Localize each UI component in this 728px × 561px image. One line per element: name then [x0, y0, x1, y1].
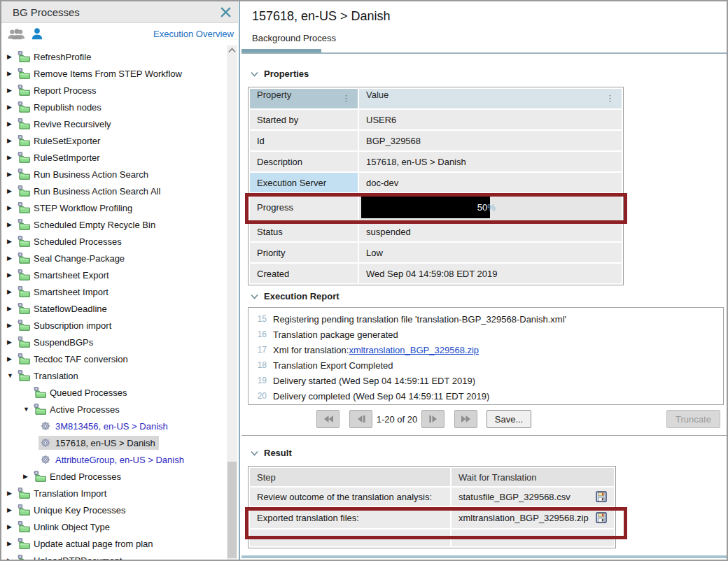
scroll-up-icon[interactable]	[228, 48, 236, 53]
log-line: 19Delivery started (Wed Sep 04 14:59:11 …	[248, 373, 723, 388]
tree-item[interactable]: ▶STEP Workflow Profiling	[1, 199, 227, 216]
expander-collapsed-icon[interactable]: ▶	[7, 267, 16, 283]
tree-item[interactable]: ▼Active Processes	[1, 401, 227, 418]
tree-item[interactable]: ▶Tecdoc TAF conversion	[1, 350, 227, 367]
chevron-down-icon[interactable]	[251, 71, 258, 77]
tree-item-process-selected[interactable]: 157618, en-US > Danish	[1, 434, 227, 451]
expander-collapsed-icon[interactable]: ▶	[7, 535, 16, 552]
previous-page-button[interactable]	[349, 410, 372, 428]
folder-gear-icon	[18, 336, 30, 348]
expander-collapsed-icon[interactable]: ▶	[7, 48, 16, 65]
column-menu-icon[interactable]: ⋮	[342, 90, 351, 108]
save-button[interactable]: Save...	[486, 410, 531, 428]
tree-item[interactable]: ▶Smartsheet Export	[1, 267, 227, 283]
next-page-button[interactable]	[421, 410, 444, 428]
expander-collapsed-icon[interactable]: ▶	[7, 350, 16, 367]
expander-collapsed-icon[interactable]: ▶	[7, 166, 16, 183]
tree-item[interactable]: ▶Run Business Action Search All	[1, 183, 227, 199]
expander-collapsed-icon[interactable]: ▶	[7, 149, 16, 166]
tree-item[interactable]: ▶Report Process	[1, 82, 227, 99]
column-header-value[interactable]: Value⋮	[359, 89, 622, 108]
chevron-down-icon[interactable]	[251, 450, 258, 456]
tree-item[interactable]: ▶Run Business Action Search	[1, 166, 227, 183]
section-properties-header[interactable]: Properties	[251, 69, 309, 79]
save-file-icon[interactable]	[596, 512, 607, 523]
tree-item[interactable]: ▶RuleSetImporter	[1, 149, 227, 166]
section-result-header[interactable]: Result	[251, 448, 292, 458]
expander-collapsed-icon[interactable]: ▶	[7, 65, 16, 82]
scrollbar-thumb[interactable]	[227, 462, 237, 558]
expander-collapsed-icon[interactable]: ▶	[7, 518, 16, 535]
expander-collapsed-icon[interactable]: ▶	[23, 468, 32, 485]
tree-item[interactable]: ▶UploadDTPDocument	[1, 552, 227, 560]
tree-item[interactable]: ▶RuleSetExporter	[1, 132, 227, 149]
table-row[interactable]: Statussuspended	[250, 222, 622, 241]
expander-expanded-icon[interactable]: ▼	[23, 401, 32, 418]
page-range-label: 1-20 of 20	[375, 410, 419, 428]
expander-collapsed-icon[interactable]: ▶	[7, 250, 16, 267]
tree-item[interactable]: ▶Update actual page from plan	[1, 535, 227, 552]
tree-item[interactable]: ▶Ended Processes	[1, 468, 227, 485]
table-row-highlighted[interactable]: Execution Serverdoc-dev	[250, 173, 622, 192]
table-row[interactable]: IdBGP_329568	[250, 131, 622, 150]
tree-item[interactable]: ▶RefreshProfile	[1, 48, 227, 65]
tree-item-process[interactable]: AttributeGroup, en-US > Danish	[1, 451, 227, 468]
tree-item[interactable]: ▶Translation Import	[1, 485, 227, 502]
expander-collapsed-icon[interactable]: ▶	[7, 300, 16, 317]
tree-item[interactable]: ▶Republish nodes	[1, 99, 227, 115]
tree-item[interactable]: ▶Unlink Object Type	[1, 518, 227, 535]
zip-download-link[interactable]: xmltranslation_BGP_329568.zip	[349, 345, 479, 355]
expander-collapsed-icon[interactable]: ▶	[7, 183, 16, 199]
first-page-button[interactable]	[316, 410, 340, 428]
tree-item[interactable]: ▶Scheduled Empty Recycle Bin	[1, 216, 227, 233]
expander-collapsed-icon[interactable]: ▶	[7, 199, 16, 216]
column-menu-icon[interactable]: ⋮	[606, 90, 615, 108]
expander-collapsed-icon[interactable]: ▶	[7, 132, 16, 149]
tab-background-process[interactable]: Background Process	[252, 33, 336, 43]
table-row[interactable]: CreatedWed Sep 04 14:59:08 EDT 2019	[250, 264, 622, 283]
all-users-icon[interactable]	[7, 28, 27, 41]
expander-collapsed-icon[interactable]: ▶	[7, 82, 16, 99]
save-file-icon[interactable]	[596, 491, 607, 502]
table-row[interactable]: PriorityLow	[250, 243, 622, 262]
first-page-icon	[323, 415, 334, 423]
expander-collapsed-icon[interactable]: ▶	[7, 115, 16, 132]
tree-item-process[interactable]: 3M813456, en-US > Danish	[1, 418, 227, 434]
chevron-down-icon[interactable]	[251, 294, 258, 299]
tree-item[interactable]: ▶Subscription import	[1, 317, 227, 334]
tree-item[interactable]: Queued Processes	[1, 384, 227, 401]
table-row-progress[interactable]: Progress 50%	[250, 194, 622, 220]
expander-collapsed-icon[interactable]: ▶	[7, 216, 16, 233]
current-user-icon[interactable]	[31, 27, 43, 41]
expander-collapsed-icon[interactable]: ▶	[7, 485, 16, 502]
expander-collapsed-icon[interactable]: ▶	[7, 99, 16, 115]
log-line: 18Translation Export Completed	[248, 357, 723, 373]
bottom-accent-bar	[241, 555, 727, 558]
table-row[interactable]: Started byUSER6	[250, 110, 622, 129]
tree-scrollbar[interactable]	[227, 45, 237, 560]
tree-item[interactable]: ▶SuspendBGPs	[1, 334, 227, 350]
tree-item[interactable]: ▶Unique Key Processes	[1, 502, 227, 518]
expander-collapsed-icon[interactable]: ▶	[7, 233, 16, 250]
expander-expanded-icon[interactable]: ▼	[7, 367, 16, 384]
expander-collapsed-icon[interactable]: ▶	[7, 317, 16, 334]
close-icon[interactable]	[220, 6, 232, 18]
last-page-button[interactable]	[454, 410, 477, 428]
expander-collapsed-icon[interactable]: ▶	[7, 334, 16, 350]
tree-item[interactable]: ▶Scheduled Processes	[1, 233, 227, 250]
folder-gear-icon	[18, 219, 30, 230]
tree-item[interactable]: ▶Revive Recursively	[1, 115, 227, 132]
section-execution-report-header[interactable]: Execution Report	[251, 291, 340, 301]
expander-collapsed-icon[interactable]: ▶	[7, 552, 16, 560]
expander-collapsed-icon[interactable]: ▶	[7, 502, 16, 518]
tree-item[interactable]: ▶Seal Change-Package	[1, 250, 227, 267]
execution-overview-link[interactable]: Execution Overview	[153, 29, 234, 39]
tree-item[interactable]: ▶Remove Items From STEP Workflow	[1, 65, 227, 82]
tree-item[interactable]: ▶Smartsheet Import	[1, 283, 227, 300]
expander-collapsed-icon[interactable]: ▶	[7, 283, 16, 300]
tree-item[interactable]: ▼Translation	[1, 367, 227, 384]
execution-report-log[interactable]: 15Registering pending translation file '…	[248, 307, 724, 405]
table-row[interactable]: Description157618, en-US > Danish	[250, 152, 622, 171]
column-header-property[interactable]: Property⋮	[250, 89, 358, 108]
tree-item[interactable]: ▶StateflowDeadline	[1, 300, 227, 317]
